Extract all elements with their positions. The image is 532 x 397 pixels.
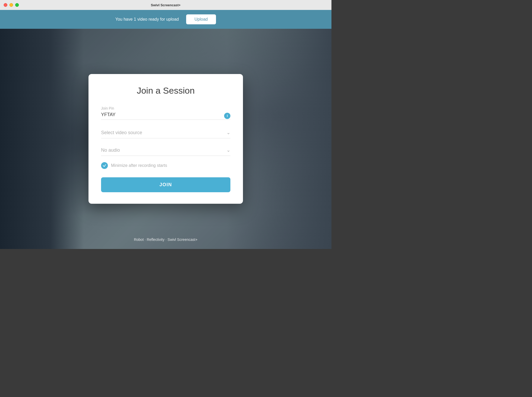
join-pin-group: Join Pin i — [101, 106, 230, 120]
upload-banner: You have 1 video ready for upload Upload — [0, 10, 331, 29]
join-pin-input[interactable] — [101, 112, 230, 117]
join-session-modal: Join a Session Join Pin i Select video s… — [88, 74, 243, 204]
audio-source-select[interactable]: No audio ⌄ — [101, 145, 230, 156]
minimize-button[interactable] — [9, 3, 13, 7]
info-icon[interactable]: i — [224, 113, 230, 119]
minimize-checkbox-label: Minimize after recording starts — [111, 163, 167, 168]
modal-overlay: Join a Session Join Pin i Select video s… — [0, 29, 331, 249]
join-pin-input-wrapper: i — [101, 112, 230, 120]
video-source-label: Select video source — [101, 130, 142, 135]
background-area: Join a Session Join Pin i Select video s… — [0, 29, 331, 249]
check-icon — [103, 164, 106, 167]
video-source-select[interactable]: Select video source ⌄ — [101, 127, 230, 138]
modal-title: Join a Session — [101, 86, 230, 96]
audio-source-label: No audio — [101, 148, 120, 153]
traffic-lights — [4, 3, 19, 7]
minimize-checkbox-row: Minimize after recording starts — [101, 162, 230, 169]
close-button[interactable] — [4, 3, 7, 7]
join-button[interactable]: JOIN — [101, 177, 230, 192]
join-pin-label: Join Pin — [101, 106, 230, 110]
window-title: Swivl Screencast+ — [151, 3, 181, 7]
title-bar: Swivl Screencast+ — [0, 0, 331, 10]
maximize-button[interactable] — [15, 3, 19, 7]
upload-banner-text: You have 1 video ready for upload — [115, 17, 179, 22]
upload-button[interactable]: Upload — [186, 14, 216, 24]
minimize-checkbox[interactable] — [101, 162, 108, 169]
chevron-down-icon-audio: ⌄ — [226, 147, 230, 153]
chevron-down-icon: ⌄ — [226, 130, 230, 135]
footer-text: Robot · Reflectivity · Swivl Screencast+ — [134, 237, 197, 242]
